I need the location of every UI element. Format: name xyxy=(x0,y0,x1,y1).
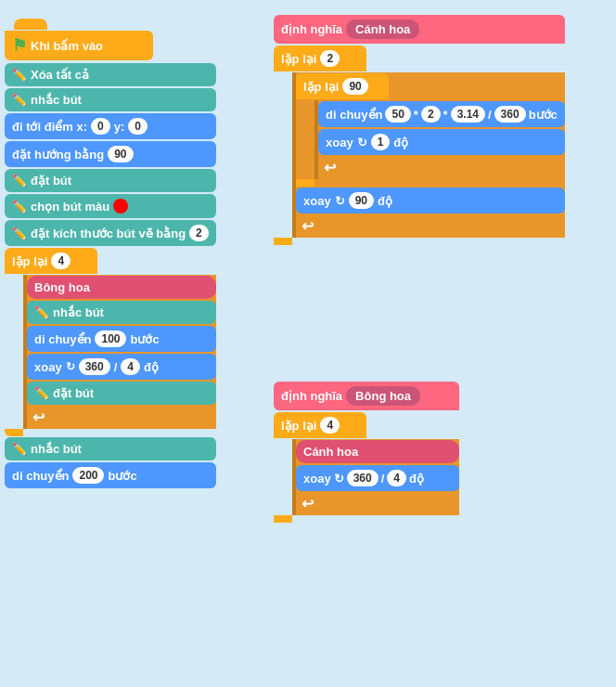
xoa-tat-ca-block: ✏️ Xóa tất cả xyxy=(5,63,216,86)
pencil-icon: ✏️ xyxy=(34,305,49,319)
dat-but-1-block: ✏️ đặt bút xyxy=(5,169,216,192)
dinh-nghia-bh-label: định nghĩa xyxy=(281,389,342,403)
lap-lai-4-top: lặp lại 4 xyxy=(5,248,97,274)
c-block-2-bottom xyxy=(274,238,292,245)
rotate-icon: ↻ xyxy=(66,360,75,373)
xoay-360-4-block: xoay ↻ 360 / 4 độ xyxy=(27,354,216,380)
xoay-1-value[interactable]: 1 xyxy=(371,134,391,150)
bh-rotate-icon: ↻ xyxy=(334,472,344,486)
lap-lai-90-top: lặp lại 90 xyxy=(296,73,389,99)
rotate-90-icon: ↻ xyxy=(335,194,345,208)
pencil-icon: ✏️ xyxy=(12,93,27,107)
nhac-but-inner-block: ✏️ nhắc bút xyxy=(27,301,216,324)
y-value[interactable]: 0 xyxy=(128,118,148,135)
di-chuyen-formula-block: di chuyển 50 * 2 * 3.14 / 360 bước xyxy=(318,101,565,127)
do-1-label: độ xyxy=(393,136,408,149)
di-chuyen-200-block: di chuyển 200 bước xyxy=(5,462,216,488)
dat-huong-bang-label: đặt hướng bằng xyxy=(12,148,104,162)
nhac-but-1-label: nhắc bút xyxy=(31,93,82,107)
bh-div: / xyxy=(381,472,385,486)
loop-arrow-outer: ↩ xyxy=(296,214,324,238)
xoay-1-label: xoay xyxy=(326,136,353,149)
bh-xoay-label: xoay xyxy=(303,472,331,486)
buoc-2-label: bước xyxy=(108,469,136,483)
div-label: / xyxy=(114,360,118,374)
di-chuyen-200-label: di chuyển xyxy=(12,469,69,483)
lap-lai-2-value[interactable]: 2 xyxy=(320,50,340,67)
nhac-but-2-block: ✏️ nhắc bút xyxy=(5,437,216,460)
loop-arrow-1: ↩ xyxy=(27,406,55,429)
bh-lap-lai-4-top: lặp lại 4 xyxy=(274,412,366,438)
buoc-label: bước xyxy=(130,332,159,346)
bh-lap-lai-4-value[interactable]: 4 xyxy=(320,417,340,434)
lap-lai-90-block: lặp lại 90 di chuyển 50 * 2 * 3.14 / 360… xyxy=(296,72,565,187)
formula-2[interactable]: 2 xyxy=(421,106,441,123)
di-chuyen-200-value[interactable]: 200 xyxy=(72,467,104,484)
nhac-but-1-block: ✏️ nhắc bút xyxy=(5,88,216,111)
lap-lai-2-top: lặp lại 2 xyxy=(274,45,366,71)
bong-hoa-label: Bông hoa xyxy=(34,280,90,294)
hat-block: ⚑ Khi bấm vào xyxy=(5,31,153,60)
bh-do-label: độ xyxy=(409,472,424,486)
div-formula: / xyxy=(488,108,492,122)
lap-lai-4-block: lặp lại 4 Bông hoa ✏️ nhắc bút di chuyển… xyxy=(5,247,216,436)
xoa-tat-ca-label: Xóa tất cả xyxy=(31,68,89,82)
dat-but-inner-label: đặt bút xyxy=(53,386,94,400)
nhac-but-inner-label: nhắc bút xyxy=(53,305,104,319)
dat-but-1-label: đặt bút xyxy=(31,174,71,188)
bh-xoay-block: xoay ↻ 360 / 4 độ xyxy=(296,465,459,491)
do-label: độ xyxy=(144,360,159,374)
xoay-90-value[interactable]: 90 xyxy=(349,192,374,209)
define-canh-hoa-block: định nghĩa Cánh hoa xyxy=(274,15,565,44)
di-chuyen-100-label: di chuyển xyxy=(34,332,91,346)
color-circle[interactable] xyxy=(113,199,128,214)
pencil-icon: ✏️ xyxy=(12,68,27,82)
di-toi-diem-label: đi tới điểm x: xyxy=(12,120,87,134)
bh-c-block-bottom xyxy=(274,515,292,523)
x-value[interactable]: 0 xyxy=(91,118,110,135)
huong-value[interactable]: 90 xyxy=(108,146,133,162)
canh-hoa-custom-label: Cánh hoa xyxy=(346,19,419,39)
di-toi-diem-block: đi tới điểm x: 0 y: 0 xyxy=(5,113,216,139)
di-chuyen-formula-label: di chuyển xyxy=(326,108,382,122)
bong-hoa-custom-block: Bông hoa xyxy=(27,276,216,299)
rotate-1-icon: ↻ xyxy=(357,136,367,149)
bh-xoay-4[interactable]: 4 xyxy=(387,470,406,486)
xoay-1-block: xoay ↻ 1 độ xyxy=(318,129,565,155)
pencil-icon: ✏️ xyxy=(34,386,49,400)
canh-hoa-call-label: Cánh hoa xyxy=(303,445,358,459)
formula-50[interactable]: 50 xyxy=(385,106,410,123)
lap-lai-4-value[interactable]: 4 xyxy=(51,253,71,269)
define-bong-hoa-block: định nghĩa Bông hoa xyxy=(274,382,459,410)
lap-lai-90-value[interactable]: 90 xyxy=(342,78,367,95)
pencil-icon: ✏️ xyxy=(12,200,27,214)
chon-but-mau-label: chọn bút màu xyxy=(31,200,109,214)
nhac-but-2-label: nhắc bút xyxy=(31,442,82,456)
hat-label: Khi bấm vào xyxy=(31,39,103,53)
y-label: y: xyxy=(114,120,125,134)
xoay-90-block: xoay ↻ 90 độ xyxy=(296,188,565,214)
formula-360[interactable]: 360 xyxy=(494,106,526,123)
di-chuyen-100-block: di chuyển 100 bước xyxy=(27,326,216,352)
lap-lai-90-label: lặp lại xyxy=(303,80,339,94)
pencil-icon: ✏️ xyxy=(12,442,27,456)
xoay-360-4-val2[interactable]: 4 xyxy=(121,358,140,375)
formula-314[interactable]: 3.14 xyxy=(451,106,485,123)
loop-arrow-inner: ↩ xyxy=(318,156,346,179)
chon-but-mau-block: ✏️ chọn bút màu xyxy=(5,194,216,218)
bh-lap-lai-4-label: lặp lại xyxy=(281,419,316,433)
lap-lai-2-label: lặp lại xyxy=(281,52,316,66)
pencil-icon: ✏️ xyxy=(12,227,27,240)
xoay-360-4-label: xoay xyxy=(34,360,62,374)
lap-lai-2-block: lặp lại 2 lặp lại 90 di chuyển 50 * 2 * xyxy=(274,45,565,245)
flag-icon: ⚑ xyxy=(12,35,27,56)
kich-thuoc-value[interactable]: 2 xyxy=(189,225,209,241)
bh-loop-arrow: ↩ xyxy=(296,492,324,515)
xoay-360-4-val1[interactable]: 360 xyxy=(79,358,110,375)
c-block-90-bottom xyxy=(296,179,314,187)
di-chuyen-100-value[interactable]: 100 xyxy=(95,331,126,347)
bh-xoay-360[interactable]: 360 xyxy=(347,470,379,486)
mul1: * xyxy=(414,108,418,122)
dat-kich-thuoc-block: ✏️ đặt kích thước bút vẽ bằng 2 xyxy=(5,220,216,246)
do-90-label: độ xyxy=(378,194,392,208)
